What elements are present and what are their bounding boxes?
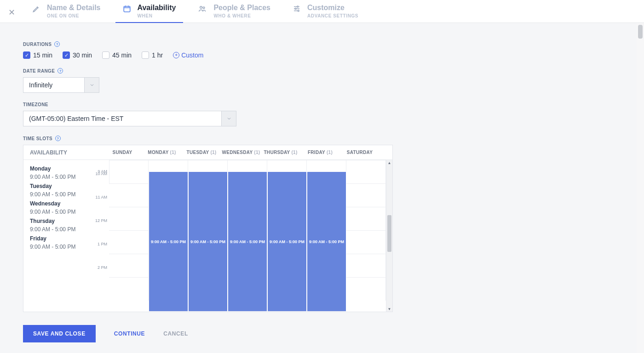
checkbox-icon xyxy=(142,51,149,59)
svg-point-2 xyxy=(203,7,205,9)
hour-label: 1 PM xyxy=(94,242,109,265)
page-scrollbar[interactable] xyxy=(637,23,644,353)
scroll-down-icon[interactable]: ▼ xyxy=(386,306,392,312)
hour-label: 2 PM xyxy=(94,265,109,289)
duration-15min[interactable]: ✓ 15 min xyxy=(23,51,52,59)
plus-circle-icon: + xyxy=(173,52,179,58)
day-header-saturday: SATURDAY xyxy=(340,150,380,155)
sidebar-day: Wednesday xyxy=(30,200,94,207)
tab-people-places[interactable]: People & Places WHO & WHERE xyxy=(198,4,270,23)
sidebar-range: 9:00 AM - 5:00 PM xyxy=(30,226,94,233)
svg-point-5 xyxy=(298,10,299,11)
tab-title: Customize xyxy=(307,4,358,12)
duration-30min[interactable]: ✓ 30 min xyxy=(63,51,92,59)
calendar-grid[interactable]: 9:00 AM - 5:00 PM 9:00 AM - 5:00 PM 9:00… xyxy=(109,160,386,312)
day-header-friday: FRIDAY (1) xyxy=(300,150,340,155)
timezone-select[interactable]: (GMT-05:00) Eastern Time - EST xyxy=(23,111,612,126)
slot-block-tuesday[interactable]: 9:00 AM - 5:00 PM xyxy=(188,171,228,312)
hour-label: 10 AM xyxy=(94,171,109,195)
durations-row: ✓ 15 min ✓ 30 min 45 min 1 hr + Custom xyxy=(23,51,612,59)
cancel-button[interactable]: CANCEL xyxy=(163,330,188,337)
svg-rect-0 xyxy=(124,6,130,12)
date-range-select[interactable]: Infinitely xyxy=(23,77,612,93)
day-header-tuesday: TUESDAY (1) xyxy=(182,150,221,155)
sidebar-day: Monday xyxy=(30,165,94,172)
close-icon[interactable]: ✕ xyxy=(8,7,15,17)
duration-label: 30 min xyxy=(73,51,92,59)
tab-name-details[interactable]: Name & Details ONE ON ONE xyxy=(32,4,101,23)
pencil-icon xyxy=(32,5,40,13)
timezone-value: (GMT-05:00) Eastern Time - EST xyxy=(23,111,222,126)
availability-sidebar-title: AVAILABILITY xyxy=(23,149,103,156)
sidebar-day: Thursday xyxy=(30,218,94,224)
tab-subtitle: WHO & WHERE xyxy=(213,13,270,19)
tab-customize[interactable]: Customize ADVANCE SETTINGS xyxy=(293,4,358,23)
durations-label: DURATIONS ? xyxy=(23,41,612,47)
timezone-label: TIMEZONE xyxy=(23,102,612,107)
availability-sidebar: Monday 9:00 AM - 5:00 PM Tuesday 9:00 AM… xyxy=(23,160,94,312)
duration-45min[interactable]: 45 min xyxy=(102,51,132,59)
duration-1hr[interactable]: 1 hr xyxy=(142,51,163,59)
duration-label: 15 min xyxy=(33,51,52,59)
slot-block-wednesday[interactable]: 9:00 AM - 5:00 PM xyxy=(228,171,267,312)
checkbox-icon: ✓ xyxy=(23,51,30,59)
duration-custom-link[interactable]: + Custom xyxy=(173,51,203,59)
tab-subtitle: ONE ON ONE xyxy=(47,13,101,19)
time-slots-panel: AVAILABILITY SUNDAY MONDAY (1) TUESDAY (… xyxy=(23,145,393,312)
sidebar-range: 9:00 AM - 5:00 PM xyxy=(30,174,94,180)
help-icon[interactable]: ? xyxy=(54,41,60,47)
tab-subtitle: WHEN xyxy=(138,13,176,19)
checkbox-icon xyxy=(102,51,109,59)
scroll-thumb[interactable] xyxy=(387,215,391,252)
checkbox-icon: ✓ xyxy=(63,51,70,59)
tab-subtitle: ADVANCE SETTINGS xyxy=(307,13,358,19)
chevron-down-icon[interactable] xyxy=(222,111,236,126)
day-header-monday: MONDAY (1) xyxy=(142,150,182,155)
scroll-thumb[interactable] xyxy=(638,25,643,39)
scroll-up-icon[interactable]: ▲ xyxy=(386,160,392,165)
tab-title: Availability xyxy=(138,4,176,12)
duration-label: 45 min xyxy=(112,51,132,59)
save-and-close-button[interactable]: SAVE AND CLOSE xyxy=(23,325,96,342)
sidebar-day: Tuesday xyxy=(30,183,94,189)
date-range-label: DATE RANGE ? xyxy=(23,68,612,74)
svg-point-4 xyxy=(295,8,296,10)
calendar-scrollbar[interactable]: ▲ ▼ xyxy=(386,160,392,312)
day-header-sunday: SUNDAY xyxy=(103,150,142,155)
sidebar-range: 9:00 AM - 5:00 PM xyxy=(30,244,94,250)
tab-title: Name & Details xyxy=(47,4,101,12)
sliders-icon xyxy=(293,5,301,13)
slot-block-monday[interactable]: 9:00 AM - 5:00 PM xyxy=(149,171,188,312)
chevron-down-icon[interactable] xyxy=(85,77,99,93)
hour-labels-column: 9 AM 10 AM 11 AM 12 PM 1 PM 2 PM xyxy=(94,160,109,312)
day-header-wednesday: WEDNESDAY (1) xyxy=(221,150,261,155)
day-header-thursday: THURSDAY (1) xyxy=(261,150,300,155)
sidebar-range: 9:00 AM - 5:00 PM xyxy=(30,191,94,198)
help-icon[interactable]: ? xyxy=(55,136,61,141)
slot-block-thursday[interactable]: 9:00 AM - 5:00 PM xyxy=(267,171,307,312)
help-icon[interactable]: ? xyxy=(58,68,63,74)
calendar-icon xyxy=(123,5,131,13)
tab-availability[interactable]: Availability WHEN xyxy=(123,4,176,23)
svg-point-3 xyxy=(297,6,299,7)
sidebar-range: 9:00 AM - 5:00 PM xyxy=(30,209,94,215)
people-icon xyxy=(198,5,207,13)
top-tab-bar: ✕ Name & Details ONE ON ONE Availability… xyxy=(0,0,644,23)
continue-button[interactable]: CONTINUE xyxy=(114,330,145,337)
svg-point-1 xyxy=(200,6,202,9)
date-range-value: Infinitely xyxy=(23,77,85,93)
duration-label: 1 hr xyxy=(152,51,163,59)
time-slots-label: TIME SLOTS ? xyxy=(23,136,612,141)
tab-title: People & Places xyxy=(213,4,270,12)
slot-block-friday[interactable]: 9:00 AM - 5:00 PM xyxy=(307,171,346,312)
hour-label: 11 AM xyxy=(94,195,109,218)
hour-label: 12 PM xyxy=(94,218,109,242)
custom-label: Custom xyxy=(181,51,203,59)
calendar-header-row: AVAILABILITY SUNDAY MONDAY (1) TUESDAY (… xyxy=(23,145,392,160)
sidebar-day: Friday xyxy=(30,235,94,242)
